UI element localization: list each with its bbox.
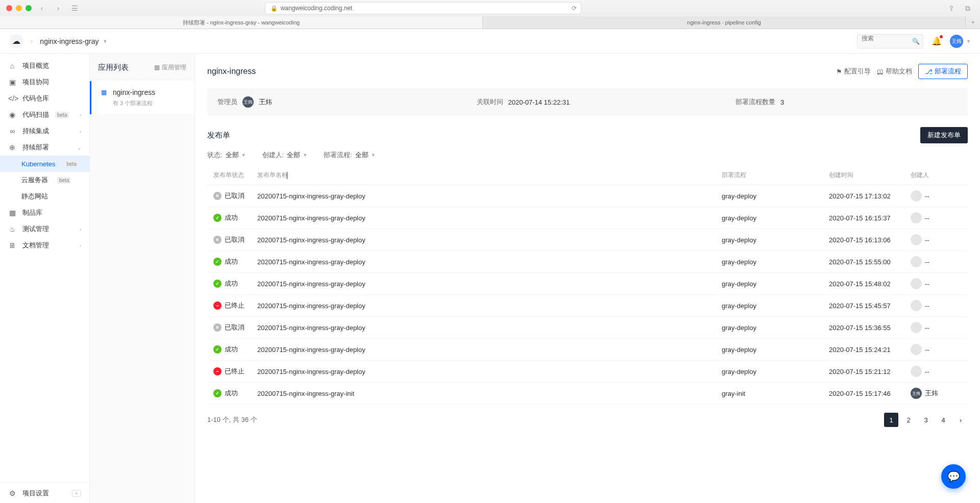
browser-tab-1[interactable]: 持续部署 - nginx-ingress-gray - wangweicodin… [0, 16, 483, 29]
pagination: 1234› [884, 413, 968, 427]
status-text: 已终止 [225, 301, 244, 310]
creator-name: 王炜 [925, 389, 938, 398]
sidebar-item-test[interactable]: ♨测试管理› [0, 221, 89, 237]
beta-badge: beta [55, 112, 69, 118]
status-cancel-icon: ✕ [213, 323, 222, 332]
nav-label: Kubernetes [21, 160, 56, 168]
creator-name: -- [925, 324, 929, 332]
logo-icon[interactable]: ☁ [9, 34, 23, 48]
status-text: 成功 [225, 213, 238, 222]
reload-icon[interactable]: ⟳ [572, 5, 577, 12]
link-label: 配置引导 [844, 67, 871, 76]
col-status: 发布单状态 [213, 171, 257, 180]
creator-avatar [911, 300, 922, 311]
chat-fab[interactable]: 💬 [941, 464, 966, 489]
config-guide-button[interactable]: ⚑配置引导 [836, 67, 871, 76]
table-row[interactable]: −已终止20200715-nginx-ingress-gray-deploygr… [207, 295, 968, 317]
chevron-down-icon: ⌄ [77, 145, 81, 150]
creator-name: -- [925, 214, 929, 222]
page-button-3[interactable]: 3 [919, 413, 933, 427]
tabs-icon[interactable]: ⧉ [962, 3, 974, 13]
sidebar-item-kubernetes[interactable]: Kubernetesbeta [0, 156, 89, 172]
book-icon: 🕮 [877, 68, 884, 76]
sidebar-item-cloud[interactable]: 云服务器beta [0, 172, 89, 188]
release-time: 2020-07-15 15:21:12 [829, 368, 911, 375]
table-row[interactable]: ✕已取消20200715-nginx-ingress-gray-deploygr… [207, 317, 968, 339]
project-icon: ▣ [8, 78, 16, 86]
back-button[interactable]: ‹ [36, 3, 48, 13]
creator-avatar [911, 322, 922, 333]
nav-label: 项目概览 [22, 61, 49, 70]
project-selector[interactable]: nginx-ingress-gray ▼ [40, 37, 107, 45]
status-text: 成功 [225, 279, 238, 288]
flow-count-value: 3 [780, 98, 784, 106]
table-row[interactable]: ✕已取消20200715-nginx-ingress-gray-deploygr… [207, 229, 968, 251]
sidebar-item-static[interactable]: 静态网站 [0, 188, 89, 205]
filter-flow[interactable]: 部署流程:全部▼ [324, 150, 376, 160]
sidebar-item-code[interactable]: </>代码仓库 [0, 90, 89, 107]
user-menu[interactable]: 王炜 ▼ [950, 35, 971, 48]
page-next-button[interactable]: › [953, 413, 968, 427]
release-name: 20200715-nginx-ingress-gray-init [257, 390, 722, 397]
table-row[interactable]: ✓成功20200715-nginx-ingress-gray-deploygra… [207, 251, 968, 273]
page-button-1[interactable]: 1 [884, 413, 898, 427]
status-cancel-icon: ✕ [213, 192, 222, 200]
creator-avatar [911, 212, 922, 223]
release-table: 发布单状态 发布单名称 部署流程 创建时间 创建人 ✕已取消20200715-n… [207, 166, 968, 405]
status-success-icon: ✓ [213, 258, 222, 266]
nav-label: 持续集成 [22, 127, 49, 136]
share-icon[interactable]: ⇪ [945, 3, 958, 13]
release-name: 20200715-nginx-ingress-gray-deploy [257, 302, 722, 310]
address-bar[interactable]: 🔒 wangweicoding.coding.net ⟳ [265, 2, 581, 14]
nav-label: 静态网站 [21, 192, 48, 201]
grid-icon: ▦ [154, 64, 160, 71]
filter-status[interactable]: 状态:全部▼ [207, 150, 246, 160]
chevron-right-icon: › [80, 243, 81, 248]
filter-creator[interactable]: 创建人:全部▼ [262, 150, 308, 160]
table-row[interactable]: ✓成功20200715-nginx-ingress-gray-deploygra… [207, 273, 968, 295]
minimize-window-icon[interactable] [16, 5, 22, 11]
maximize-window-icon[interactable] [26, 5, 32, 11]
table-row[interactable]: −已终止20200715-nginx-ingress-gray-deploygr… [207, 361, 968, 383]
search-input[interactable]: 🔍 [857, 34, 923, 48]
flow-icon: ⎇ [925, 68, 933, 76]
help-doc-button[interactable]: 🕮帮助文档 [877, 67, 912, 76]
browser-tab-2[interactable]: nginx-ingress · pipeline config [483, 16, 966, 29]
sidebar-item-settings[interactable]: ⚙ 项目设置 « [0, 482, 89, 503]
search-icon: 🔍 [912, 38, 920, 45]
chevron-down-icon: ▼ [303, 153, 307, 158]
table-row[interactable]: ✓成功20200715-nginx-ingress-gray-initgray-… [207, 383, 968, 405]
status-text: 已取消 [225, 323, 244, 332]
close-window-icon[interactable] [6, 5, 12, 11]
deploy-flow-button[interactable]: ⎇部署流程 [918, 64, 968, 79]
sidebar-toggle-icon[interactable]: ☰ [68, 3, 81, 13]
creator-name: -- [925, 236, 929, 244]
page-button-2[interactable]: 2 [901, 413, 916, 427]
sidebar-item-artifact[interactable]: ▦制品库 [0, 205, 89, 221]
release-name: 20200715-nginx-ingress-gray-deploy [257, 346, 722, 354]
release-time: 2020-07-15 16:15:37 [829, 214, 911, 222]
new-release-button[interactable]: 新建发布单 [920, 127, 968, 143]
nav-label: 测试管理 [22, 224, 49, 234]
sidebar-item-cd[interactable]: ⊕持续部署⌄ [0, 139, 89, 156]
sidebar-item-overview[interactable]: ⌂项目概览 [0, 58, 89, 74]
page-button-4[interactable]: 4 [936, 413, 950, 427]
app-manage-link[interactable]: ▦应用管理 [154, 63, 186, 72]
sidebar-item-doc[interactable]: 🗎文档管理› [0, 237, 89, 254]
release-time: 2020-07-15 17:13:02 [829, 192, 911, 200]
release-time: 2020-07-15 15:36:55 [829, 324, 911, 332]
creator-avatar [911, 278, 922, 289]
app-card[interactable]: ▦ nginx-ingress 有 3 个部署流程 [90, 81, 194, 114]
table-row[interactable]: ✓成功20200715-nginx-ingress-gray-deploygra… [207, 207, 968, 229]
forward-button[interactable]: › [52, 3, 64, 13]
sidebar-item-scan[interactable]: ◉代码扫描beta› [0, 107, 89, 123]
table-row[interactable]: ✕已取消20200715-nginx-ingress-gray-deploygr… [207, 185, 968, 207]
sidebar-item-ci[interactable]: ∞持续集成› [0, 123, 89, 139]
creator-avatar [911, 256, 922, 267]
collapse-sidebar-icon[interactable]: « [72, 490, 81, 497]
new-tab-button[interactable]: + [966, 16, 980, 29]
sidebar-item-collab[interactable]: ▣项目协同 [0, 74, 89, 90]
notification-bell-icon[interactable]: 🔔 [932, 36, 942, 46]
table-row[interactable]: ✓成功20200715-nginx-ingress-gray-deploygra… [207, 339, 968, 361]
release-time: 2020-07-15 15:45:57 [829, 302, 911, 310]
